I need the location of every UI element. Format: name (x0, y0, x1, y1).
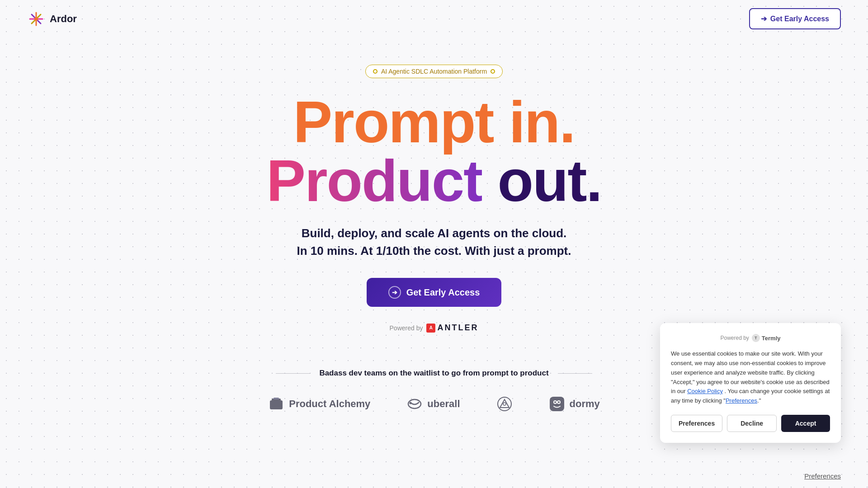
preferences-bar: Preferences (777, 464, 868, 488)
subheadline-line1: Build, deploy, and scale AI agents on th… (297, 225, 571, 242)
headline: Prompt in. Product out. (266, 93, 601, 210)
nav-cta-arrow-icon: ➔ (761, 14, 767, 23)
dormy-text: dormy (570, 398, 600, 410)
badge-text: AI Agentic SDLC Automation Platform (381, 68, 487, 75)
dormy-icon (549, 396, 565, 412)
headline-line1: Prompt in. (266, 93, 601, 151)
cookie-preferences-link[interactable]: Preferences (726, 397, 757, 404)
hero-cta-button[interactable]: ➔ Get Early Access (367, 278, 502, 307)
logos-divider: Badass dev teams on the waitlist to go f… (276, 369, 592, 378)
svg-point-9 (410, 402, 412, 404)
antler-icon: A (426, 324, 435, 333)
cookie-accept-button[interactable]: Accept (781, 415, 830, 432)
divider-line-right (558, 373, 592, 374)
svg-point-17 (558, 401, 560, 403)
hero-section: AI Agentic SDLC Automation Platform Prom… (0, 38, 868, 351)
ardor-logo-icon (27, 10, 45, 28)
logo[interactable]: Ardor (27, 10, 77, 28)
svg-marker-11 (500, 399, 509, 408)
subheadline-line2: In 10 mins. At 1/10th the cost. With jus… (297, 242, 571, 260)
company-logo-triangle (496, 396, 513, 412)
nav-cta-button[interactable]: ➔ Get Early Access (749, 8, 841, 29)
cookie-powered-by: Powered by T Termly (671, 334, 830, 342)
termly-logo: T Termly (752, 334, 781, 342)
subheadline: Build, deploy, and scale AI agents on th… (297, 225, 571, 260)
logo-text: Ardor (50, 13, 77, 25)
headline-prompt: Prompt in. (293, 89, 575, 155)
termly-text: Termly (762, 335, 781, 342)
cookie-decline-button[interactable]: Decline (727, 415, 777, 432)
badge-dot-left (373, 69, 377, 74)
powered-by: Powered by A ANTLER (390, 323, 479, 333)
navbar: Ardor ➔ Get Early Access (0, 0, 868, 38)
divider-text: Badass dev teams on the waitlist to go f… (319, 369, 548, 378)
hero-cta-label: Get Early Access (406, 287, 480, 298)
headline-product: Product (266, 148, 482, 214)
svg-point-12 (503, 403, 506, 405)
svg-rect-13 (550, 397, 564, 411)
cookie-message-end: ." (757, 397, 761, 404)
cookie-banner: Powered by T Termly We use essential coo… (660, 323, 841, 443)
triangle-icon (496, 396, 513, 412)
svg-rect-7 (274, 398, 279, 399)
svg-rect-5 (270, 400, 283, 409)
cookie-message: We use essential cookies to make our sit… (671, 349, 830, 406)
cookie-buttons: Preferences Decline Accept (671, 415, 830, 432)
svg-point-4 (34, 17, 38, 21)
powered-by-label: Powered by (390, 324, 423, 332)
termly-icon: T (752, 334, 760, 342)
badge: AI Agentic SDLC Automation Platform (365, 65, 503, 78)
cookie-policy-link[interactable]: Cookie Policy (687, 388, 723, 394)
cookie-preferences-button[interactable]: Preferences (671, 415, 722, 432)
headline-line2: Product out. (266, 151, 601, 210)
antler-logo: A ANTLER (426, 323, 478, 333)
svg-point-16 (554, 401, 556, 403)
product-alchemy-text: Product Alchemy (289, 398, 370, 410)
cookie-powered-label: Powered by (720, 335, 749, 341)
product-alchemy-icon (268, 396, 284, 412)
footer-preferences-button[interactable]: Preferences (804, 472, 841, 480)
uberall-icon (406, 396, 423, 412)
nav-cta-label: Get Early Access (770, 15, 829, 23)
company-logo-product-alchemy: Product Alchemy (268, 396, 370, 412)
hero-cta-arrow-icon: ➔ (388, 286, 401, 299)
company-logo-uberall: uberall (406, 396, 460, 412)
antler-text: ANTLER (437, 323, 478, 333)
company-logo-dormy: dormy (549, 396, 600, 412)
divider-line-left (276, 373, 310, 374)
uberall-text: uberall (427, 398, 460, 410)
headline-out: out. (482, 148, 601, 214)
badge-dot-right (491, 69, 495, 74)
